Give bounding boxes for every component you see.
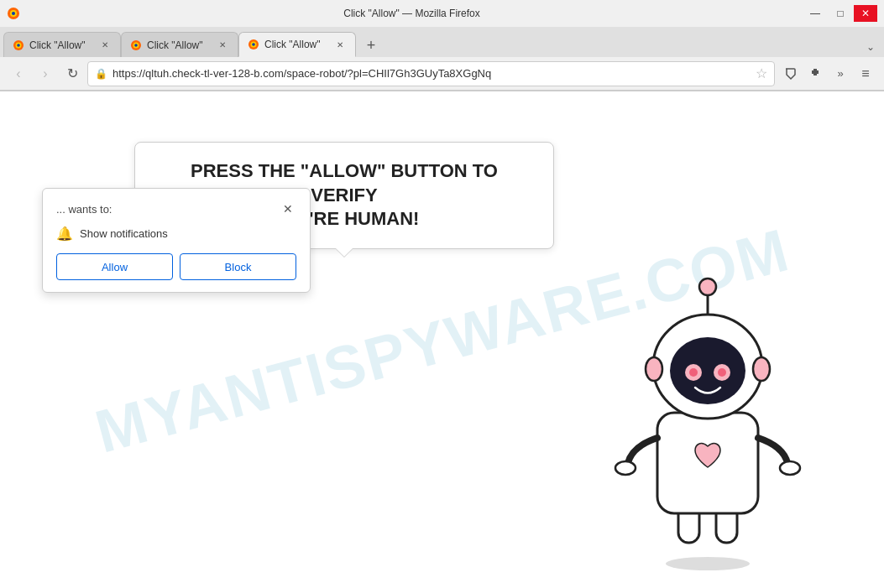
svg-point-24 bbox=[718, 368, 726, 377]
tab-1-label: Click "Allow" bbox=[29, 39, 93, 51]
svg-point-23 bbox=[689, 368, 698, 377]
tab-1-favicon-icon bbox=[13, 39, 24, 51]
back-button[interactable]: ‹ bbox=[7, 62, 30, 86]
svg-point-16 bbox=[615, 461, 636, 475]
notif-item: 🔔 Show notifications bbox=[56, 226, 296, 242]
tab-2-close-icon[interactable]: ✕ bbox=[216, 39, 229, 52]
notif-close-button[interactable]: ✕ bbox=[280, 200, 296, 217]
overflow-button[interactable]: » bbox=[829, 62, 852, 86]
tab-3-close-icon[interactable]: ✕ bbox=[333, 38, 347, 51]
extensions-button[interactable] bbox=[803, 62, 827, 86]
nav-right-buttons: » ≡ bbox=[778, 62, 877, 86]
svg-point-28 bbox=[753, 357, 770, 381]
block-button[interactable]: Block bbox=[180, 253, 296, 280]
bell-icon: 🔔 bbox=[56, 226, 73, 242]
svg-point-27 bbox=[646, 357, 662, 381]
window-controls: — □ ✕ bbox=[803, 5, 877, 22]
notif-buttons: Allow Block bbox=[56, 253, 296, 280]
nav-bar: ‹ › ↻ 🔒 ☆ » ≡ bbox=[0, 57, 884, 91]
forward-button[interactable]: › bbox=[34, 62, 57, 86]
address-bar[interactable] bbox=[112, 67, 751, 80]
menu-button[interactable]: ≡ bbox=[854, 62, 877, 86]
window-title: Click "Allow" — Mozilla Firefox bbox=[20, 8, 803, 19]
robot-illustration bbox=[590, 237, 842, 588]
tab-list-button[interactable]: ⌄ bbox=[860, 37, 881, 57]
overflow-icon: » bbox=[837, 67, 843, 80]
maximize-button[interactable]: □ bbox=[829, 5, 852, 22]
notification-popup: ... wants to: ✕ 🔔 Show notifications All… bbox=[42, 188, 311, 293]
browser-chrome: Click "Allow" — Mozilla Firefox — □ ✕ Cl… bbox=[0, 0, 884, 91]
pocket-icon bbox=[783, 67, 797, 81]
lock-icon: 🔒 bbox=[95, 68, 107, 80]
svg-point-12 bbox=[666, 557, 750, 570]
tab-1[interactable]: Click "Allow" ✕ bbox=[3, 32, 121, 57]
title-bar-left bbox=[7, 7, 20, 20]
title-bar: Click "Allow" — Mozilla Firefox — □ ✕ bbox=[0, 0, 884, 27]
firefox-logo-icon bbox=[7, 7, 20, 20]
tab-3-label: Click "Allow" bbox=[264, 39, 328, 50]
hamburger-icon: ≡ bbox=[861, 67, 869, 81]
minimize-button[interactable]: — bbox=[803, 5, 827, 22]
svg-point-11 bbox=[252, 43, 255, 46]
tab-2-favicon-icon bbox=[130, 39, 142, 51]
tab-2-label: Click "Allow" bbox=[147, 39, 211, 51]
robot-svg-icon bbox=[590, 237, 825, 572]
bookmark-star-icon[interactable]: ☆ bbox=[756, 65, 767, 81]
new-tab-button[interactable]: + bbox=[359, 34, 383, 57]
tab-1-close-icon[interactable]: ✕ bbox=[98, 39, 112, 52]
close-button[interactable]: ✕ bbox=[854, 5, 877, 22]
tab-3-favicon-icon bbox=[248, 39, 259, 50]
page-content: MYANTISPYWARE.COM PRESS THE "ALLOW" BUTT… bbox=[0, 91, 884, 588]
reload-button[interactable]: ↻ bbox=[60, 62, 84, 86]
svg-point-26 bbox=[699, 278, 716, 295]
svg-point-8 bbox=[134, 44, 138, 47]
notif-wants-text: ... wants to: bbox=[56, 203, 112, 216]
tab-3[interactable]: Click "Allow" ✕ bbox=[238, 32, 356, 57]
notif-popup-header: ... wants to: ✕ bbox=[56, 200, 296, 217]
pocket-button[interactable] bbox=[778, 62, 802, 86]
allow-button[interactable]: Allow bbox=[56, 253, 173, 280]
svg-point-20 bbox=[670, 337, 745, 404]
svg-point-5 bbox=[17, 44, 20, 47]
notif-show-text: Show notifications bbox=[80, 227, 168, 240]
svg-point-2 bbox=[12, 12, 15, 15]
extensions-icon bbox=[808, 67, 822, 81]
tab-bar: Click "Allow" ✕ Click "Allow" ✕ Click "A… bbox=[0, 27, 884, 57]
tab-2[interactable]: Click "Allow" ✕ bbox=[121, 32, 238, 57]
svg-point-17 bbox=[780, 461, 800, 475]
address-bar-container: 🔒 ☆ bbox=[87, 61, 775, 86]
